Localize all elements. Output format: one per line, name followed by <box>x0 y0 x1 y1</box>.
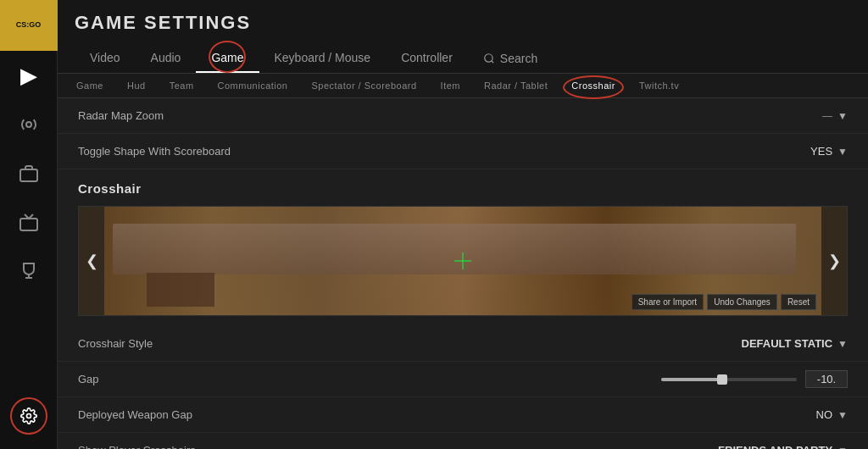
sidebar-play-icon[interactable]: ▶ <box>0 51 58 100</box>
setting-toggle-shape: Toggle Shape With Scoreboard YES ▼ <box>58 134 868 169</box>
setting-crosshair-style: Crosshair Style DEFAULT STATIC ▼ <box>58 326 868 362</box>
sidebar: CS:GO ▶ <box>0 0 58 449</box>
share-import-button[interactable]: Share or Import <box>632 294 704 310</box>
sidebar-settings-icon[interactable] <box>0 391 58 441</box>
undo-changes-button[interactable]: Undo Changes <box>707 294 777 310</box>
tab-team[interactable]: Team <box>158 74 206 97</box>
deployed-weapon-gap-arrow: ▼ <box>837 409 848 421</box>
sidebar-tv-icon[interactable] <box>0 198 58 247</box>
sidebar-trophy-icon[interactable] <box>0 247 58 297</box>
search-tab[interactable]: Search <box>468 45 553 72</box>
gap-label: Gap <box>78 373 99 385</box>
logo-text: CS:GO <box>16 21 42 30</box>
deployed-weapon-gap-value: NO <box>816 408 833 421</box>
gap-slider-container: -10. <box>661 370 848 388</box>
crosshair-section-header: Crosshair <box>58 169 868 202</box>
crosshair-style-arrow: ▼ <box>837 338 848 350</box>
tab-controller[interactable]: Controller <box>386 44 468 73</box>
svg-point-6 <box>485 54 492 62</box>
tab-game-sub[interactable]: Game <box>64 74 115 97</box>
header: GAME SETTINGS Video Audio Game Keyboard … <box>58 0 868 74</box>
tab-crosshair[interactable]: Crosshair <box>559 74 627 97</box>
search-label: Search <box>500 52 537 65</box>
tab-hud[interactable]: Hud <box>115 74 158 97</box>
preview-right-arrow[interactable]: ❯ <box>821 207 847 315</box>
reset-button[interactable]: Reset <box>781 294 816 310</box>
radar-zoom-arrow: ▼ <box>837 110 848 122</box>
crosshair-preview-panel: ❮ Share or Import Undo Changes Res <box>78 206 848 316</box>
setting-deployed-weapon-gap: Deployed Weapon Gap NO ▼ <box>58 397 868 433</box>
preview-image: Share or Import Undo Changes Reset <box>104 207 821 315</box>
svg-line-7 <box>492 61 494 64</box>
tab-item[interactable]: Item <box>429 74 472 97</box>
toggle-shape-dropdown[interactable]: YES ▼ <box>810 145 848 158</box>
toggle-shape-value: YES <box>810 145 832 158</box>
setting-radar-map-zoom: Radar Map Zoom — ▼ <box>58 98 868 134</box>
show-player-crosshairs-label: Show Player Crosshairs <box>78 444 196 449</box>
tab-audio[interactable]: Audio <box>136 44 197 73</box>
gap-slider-thumb[interactable] <box>717 374 727 385</box>
radar-zoom-label: Radar Map Zoom <box>78 109 164 122</box>
sidebar-radio-icon[interactable] <box>0 100 58 149</box>
deployed-weapon-gap-label: Deployed Weapon Gap <box>78 408 192 421</box>
gap-slider-fill <box>661 378 722 381</box>
tab-video[interactable]: Video <box>75 44 136 73</box>
toggle-shape-arrow: ▼ <box>837 146 848 158</box>
sidebar-briefcase-icon[interactable] <box>0 149 58 198</box>
primary-tab-bar: Video Audio Game Keyboard / Mouse Contro… <box>75 44 851 73</box>
tab-game[interactable]: Game <box>196 44 259 73</box>
tab-twitchtv[interactable]: Twitch.tv <box>627 74 691 97</box>
tab-spectator-scoreboard[interactable]: Spectator / Scoreboard <box>299 74 428 97</box>
setting-show-player-crosshairs: Show Player Crosshairs FRIENDS AND PARTY… <box>58 433 868 449</box>
tab-keyboard-mouse[interactable]: Keyboard / Mouse <box>259 44 387 73</box>
crosshair-style-label: Crosshair Style <box>78 337 153 350</box>
svg-rect-1 <box>20 169 37 181</box>
svg-rect-2 <box>20 219 37 230</box>
toggle-shape-label: Toggle Shape With Scoreboard <box>78 145 231 158</box>
tab-communication[interactable]: Communication <box>206 74 300 97</box>
search-icon <box>483 53 495 64</box>
page-title: GAME SETTINGS <box>75 12 851 34</box>
preview-left-arrow[interactable]: ❮ <box>79 207 104 315</box>
radar-zoom-value[interactable]: — ▼ <box>822 110 848 122</box>
preview-buttons: Share or Import Undo Changes Reset <box>632 294 816 310</box>
cs-go-logo[interactable]: CS:GO <box>0 0 58 51</box>
crosshair-style-dropdown[interactable]: DEFAULT STATIC ▼ <box>742 337 849 350</box>
main-content: GAME SETTINGS Video Audio Game Keyboard … <box>58 0 868 449</box>
crosshair-overlay <box>454 252 471 269</box>
settings-panel: Radar Map Zoom — ▼ Toggle Shape With Sco… <box>58 98 868 449</box>
svg-point-0 <box>26 122 31 127</box>
tab-radar-tablet[interactable]: Radar / Tablet <box>472 74 559 97</box>
settings-circle <box>10 397 47 435</box>
crosshair-style-value: DEFAULT STATIC <box>742 337 833 350</box>
crosshair-vertical <box>463 252 464 269</box>
show-player-crosshairs-arrow: ▼ <box>837 445 848 450</box>
deployed-weapon-gap-dropdown[interactable]: NO ▼ <box>816 408 848 421</box>
show-player-crosshairs-value: FRIENDS AND PARTY <box>718 444 832 449</box>
gap-slider-value[interactable]: -10. <box>805 370 848 388</box>
svg-point-5 <box>26 414 31 419</box>
secondary-tab-bar: Game Hud Team Communication Spectator / … <box>58 74 868 98</box>
show-player-crosshairs-dropdown[interactable]: FRIENDS AND PARTY ▼ <box>718 444 848 449</box>
setting-gap: Gap -10. <box>58 362 868 397</box>
gap-slider-track[interactable] <box>661 378 797 381</box>
